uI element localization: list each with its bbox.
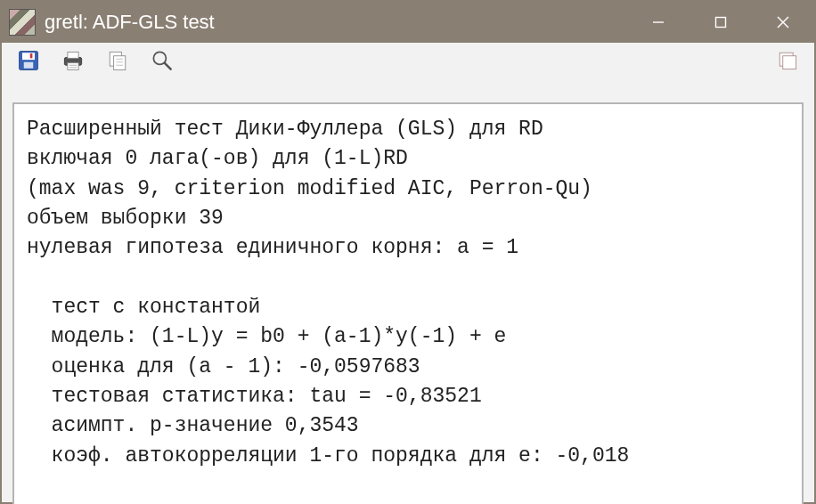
svg-rect-10 bbox=[68, 63, 78, 70]
stack-icon bbox=[775, 48, 800, 73]
window-title: gretl: ADF-GLS test bbox=[45, 11, 215, 34]
minimize-icon bbox=[651, 15, 665, 29]
svg-rect-1 bbox=[716, 18, 726, 28]
svg-rect-6 bbox=[24, 62, 34, 69]
copy-icon bbox=[105, 48, 130, 73]
svg-rect-7 bbox=[30, 53, 33, 58]
svg-rect-9 bbox=[68, 52, 78, 58]
toolbar bbox=[2, 43, 814, 78]
search-button[interactable] bbox=[144, 43, 180, 78]
magnifier-icon bbox=[150, 48, 175, 73]
titlebar: gretl: ADF-GLS test bbox=[2, 2, 814, 43]
content-area: Расширенный тест Дики-Фуллера (GLS) для … bbox=[2, 78, 814, 504]
close-button[interactable] bbox=[752, 2, 814, 43]
svg-line-19 bbox=[165, 63, 171, 69]
svg-rect-5 bbox=[22, 53, 35, 60]
svg-rect-21 bbox=[783, 56, 796, 69]
app-window: gretl: ADF-GLS test bbox=[0, 0, 816, 504]
svg-rect-14 bbox=[114, 56, 126, 70]
printer-icon bbox=[61, 48, 86, 73]
output-text[interactable]: Расширенный тест Дики-Фуллера (GLS) для … bbox=[12, 102, 804, 504]
close-icon bbox=[776, 15, 790, 29]
copy-button[interactable] bbox=[100, 43, 135, 78]
app-icon bbox=[9, 9, 36, 36]
maximize-button[interactable] bbox=[690, 2, 752, 43]
print-button[interactable] bbox=[55, 43, 91, 78]
minimize-button[interactable] bbox=[627, 2, 690, 43]
maximize-icon bbox=[714, 16, 727, 28]
windows-button[interactable] bbox=[770, 43, 805, 78]
floppy-icon bbox=[16, 48, 41, 73]
save-button[interactable] bbox=[11, 43, 46, 78]
